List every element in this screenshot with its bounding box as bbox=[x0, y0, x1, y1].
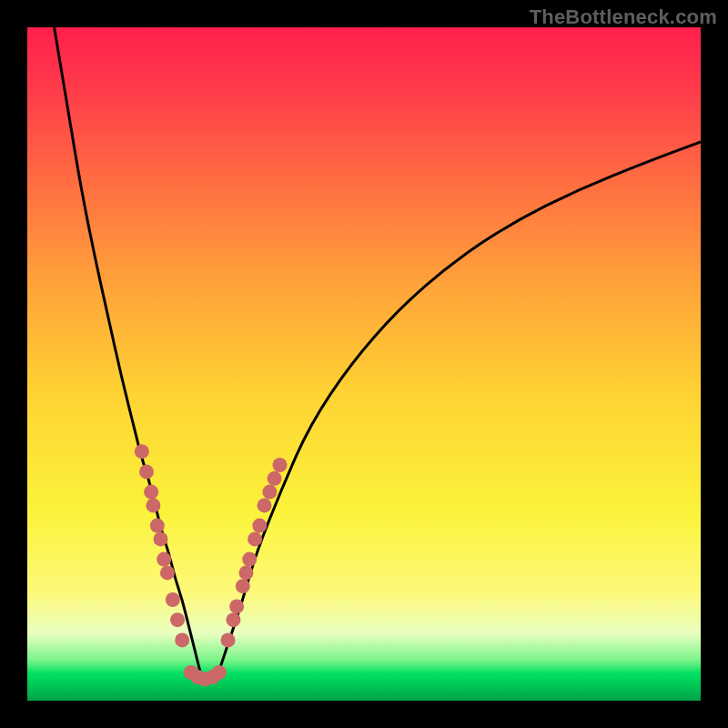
marker-dot bbox=[239, 565, 254, 580]
marker-dot bbox=[146, 498, 160, 512]
marker-dot bbox=[157, 552, 171, 567]
marker-dot bbox=[170, 612, 185, 627]
marker-dot bbox=[139, 464, 154, 479]
marker-dot bbox=[160, 565, 175, 580]
chart-area bbox=[27, 27, 701, 701]
marker-dot bbox=[236, 579, 250, 593]
curve-curve-left bbox=[55, 27, 203, 681]
marker-dot bbox=[229, 599, 244, 613]
marker-dot bbox=[226, 612, 240, 627]
marker-dot bbox=[273, 458, 288, 472]
marker-dot bbox=[166, 592, 180, 607]
marker-dot bbox=[221, 632, 236, 647]
marker-dot bbox=[175, 632, 189, 647]
marker-dot bbox=[154, 531, 168, 546]
marker-dot bbox=[268, 471, 282, 486]
watermark-text: TheBottleneck.com bbox=[530, 5, 717, 29]
marker-dot bbox=[242, 552, 257, 567]
marker-dot bbox=[248, 531, 262, 546]
curve-curve-right bbox=[216, 142, 701, 681]
marker-dot bbox=[144, 485, 158, 500]
marker-dot bbox=[212, 665, 227, 680]
marker-dot bbox=[150, 519, 165, 533]
marker-dot bbox=[262, 485, 277, 500]
marker-dot bbox=[252, 519, 267, 533]
bottleneck-curve bbox=[27, 27, 701, 701]
marker-dot bbox=[257, 498, 271, 512]
marker-dot bbox=[135, 444, 149, 459]
